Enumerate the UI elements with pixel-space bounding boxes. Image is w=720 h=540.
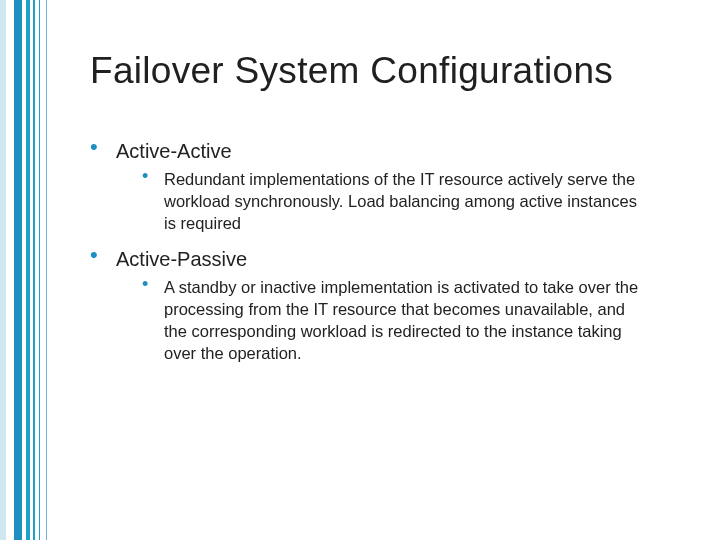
item-label: Active-Passive — [116, 248, 247, 270]
page-title: Failover System Configurations — [90, 50, 660, 92]
slide-content: Failover System Configurations Active-Ac… — [0, 0, 720, 540]
sub-item: A standby or inactive implementation is … — [142, 277, 650, 364]
list-item: Active-Passive A standby or inactive imp… — [90, 248, 650, 364]
bullet-list: Active-Active Redundant implementations … — [80, 140, 660, 364]
item-label: Active-Active — [116, 140, 232, 162]
list-item: Active-Active Redundant implementations … — [90, 140, 650, 234]
sub-list: A standby or inactive implementation is … — [116, 277, 650, 364]
sub-item: Redundant implementations of the IT reso… — [142, 169, 650, 234]
sub-list: Redundant implementations of the IT reso… — [116, 169, 650, 234]
